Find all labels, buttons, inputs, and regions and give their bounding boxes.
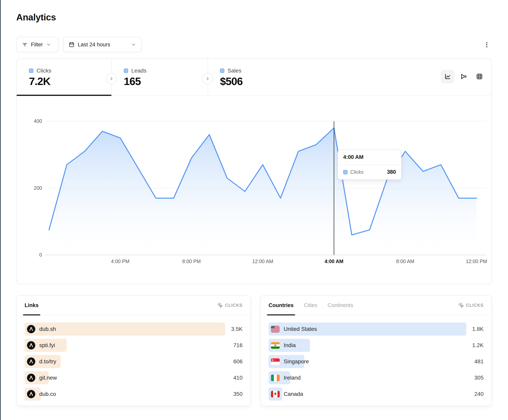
countries-panel-header: CountriesCitiesContinents CLICKS (261, 296, 492, 315)
chart-tooltip: 4:00 AM Clicks 380 (338, 150, 402, 180)
calendar-icon (69, 42, 75, 48)
tab-links[interactable]: Links (25, 296, 39, 315)
links-panel-header: Links CLICKS (17, 296, 251, 315)
link-row[interactable]: dub.sh3.5K (25, 323, 243, 336)
filter-button-label: Filter (31, 42, 43, 48)
link-clicks-value: 350 (233, 388, 243, 401)
x-axis-label: 8:00 PM (172, 259, 211, 264)
link-label: spti.fyi (39, 342, 55, 348)
tab-countries[interactable]: Countries (269, 296, 294, 315)
link-clicks-value: 3.5K (231, 323, 243, 336)
date-range-button[interactable]: Last 24 hours (63, 37, 142, 52)
country-clicks-value: 1.2K (472, 339, 484, 352)
flag-ca-icon (271, 391, 280, 398)
pointer-click-icon (217, 302, 223, 308)
country-clicks-value: 481 (474, 355, 484, 368)
links-list: dub.sh3.5Kspti.fyi716d.to/try606git.new4… (25, 323, 243, 401)
expand-stat-button[interactable] (202, 73, 213, 84)
country-row[interactable]: Singapore481 (269, 355, 484, 368)
links-panel: Links CLICKS dub.sh3.5Kspti.fyi716d.to/t… (16, 295, 251, 406)
countries-panel: CountriesCitiesContinents CLICKS United … (260, 295, 492, 406)
y-axis-label: 400 (24, 118, 42, 124)
chevron-right-icon (205, 76, 210, 81)
dub-logo-icon (27, 325, 35, 333)
filter-icon (22, 42, 28, 48)
country-row[interactable]: Canada240 (269, 388, 484, 401)
countries-tabs: CountriesCitiesContinents (269, 296, 353, 315)
country-clicks-value: 305 (474, 371, 484, 384)
filter-button[interactable]: Filter (16, 37, 58, 52)
link-row[interactable]: git.new410 (25, 371, 243, 384)
y-axis-label: 200 (24, 185, 42, 191)
chevron-down-icon (131, 42, 136, 47)
expand-stat-button[interactable] (106, 73, 117, 84)
flag-sg-icon (271, 358, 280, 365)
dub-logo-icon (27, 341, 35, 349)
country-row[interactable]: United States1.8K (269, 323, 484, 336)
link-clicks-value: 606 (233, 355, 243, 368)
countries-list: United States1.8KIndia1.2KSingapore481Ir… (269, 323, 484, 401)
link-clicks-value: 716 (233, 339, 243, 352)
country-label: Singapore (284, 358, 309, 365)
chevron-down-icon (46, 42, 51, 47)
x-axis-label: 12:00 PM (457, 259, 496, 264)
link-label: git.new (39, 375, 57, 381)
more-menu-button[interactable] (481, 39, 493, 51)
clicks-area-chart[interactable] (17, 59, 492, 284)
window-edge (0, 0, 1, 420)
link-label: dub.sh (39, 326, 56, 332)
link-row[interactable]: spti.fyi716 (25, 339, 243, 352)
country-clicks-value: 1.8K (472, 323, 484, 336)
page-title: Analytics (16, 12, 56, 22)
date-range-label: Last 24 hours (78, 42, 110, 48)
tooltip-value: 380 (387, 169, 396, 175)
y-axis-label: 0 (24, 252, 42, 258)
country-label: Ireland (284, 375, 301, 381)
kebab-icon (483, 41, 490, 48)
country-row[interactable]: India1.2K (269, 339, 484, 352)
country-label: Canada (284, 391, 303, 397)
dub-logo-icon (27, 390, 35, 398)
country-label: United States (284, 326, 317, 332)
x-axis-label: 4:00 PM (100, 259, 140, 264)
x-axis-label: 4:00 AM (314, 259, 354, 264)
countries-sort-toggle[interactable]: CLICKS (458, 302, 484, 308)
countries-sort-label: CLICKS (466, 303, 484, 308)
flag-us-icon (271, 326, 280, 333)
dub-logo-icon (27, 374, 35, 382)
tab-cities[interactable]: Cities (304, 296, 317, 315)
links-sort-label: CLICKS (225, 303, 243, 308)
tooltip-series-label: Clicks (350, 169, 364, 175)
link-clicks-value: 410 (233, 371, 243, 384)
link-label: d.to/try (39, 358, 56, 365)
flag-ie-icon (271, 375, 280, 381)
flag-in-icon (271, 342, 280, 349)
clicks-legend-swatch (343, 170, 348, 174)
active-stat-underline (17, 95, 112, 96)
link-label: dub.co (39, 391, 56, 397)
country-clicks-value: 240 (474, 388, 484, 401)
links-sort-toggle[interactable]: CLICKS (217, 302, 243, 308)
pointer-click-icon (458, 302, 464, 308)
link-row[interactable]: d.to/try606 (25, 355, 243, 368)
tooltip-time: 4:00 AM (338, 150, 401, 165)
x-axis-label: 12:00 AM (243, 259, 283, 264)
analytics-card: Clicks7.2KLeads165Sales$506 02004004:00 … (16, 58, 492, 284)
x-axis-label: 8:00 AM (385, 259, 425, 264)
tab-continents[interactable]: Continents (328, 296, 353, 315)
chevron-right-icon (109, 76, 114, 81)
analytics-page: Analytics Filter Last 24 hours Clicks7.2… (0, 0, 508, 420)
links-tabs: Links (25, 296, 39, 315)
link-row[interactable]: dub.co350 (25, 388, 243, 401)
dub-logo-icon (27, 357, 35, 366)
country-label: India (284, 342, 296, 348)
country-row[interactable]: Ireland305 (269, 371, 484, 384)
